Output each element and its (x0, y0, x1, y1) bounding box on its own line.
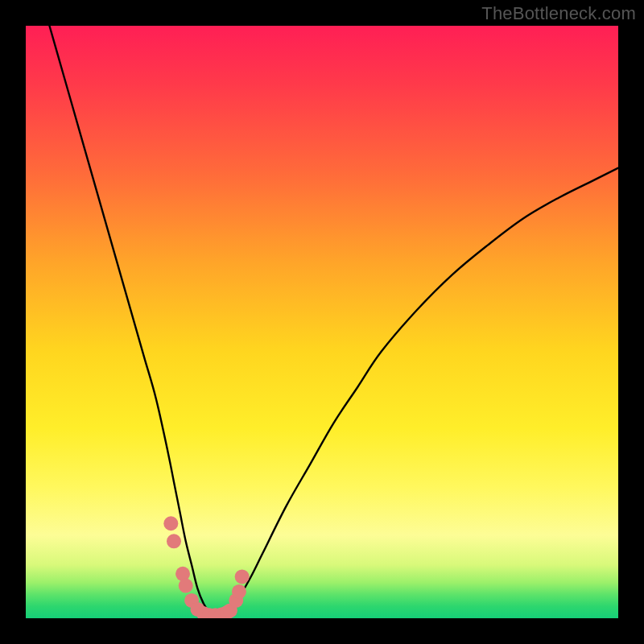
chart-frame: TheBottleneck.com (0, 0, 644, 644)
plot-area (26, 26, 618, 618)
bottleneck-curve (49, 26, 618, 616)
curve-dot (167, 534, 181, 548)
watermark-text: TheBottleneck.com (481, 3, 636, 24)
curve-dot (232, 584, 246, 599)
curve-layer (26, 26, 618, 618)
curve-dots (163, 516, 249, 618)
curve-dot (163, 516, 178, 530)
curve-dot (235, 569, 250, 584)
curve-dot (179, 579, 193, 593)
